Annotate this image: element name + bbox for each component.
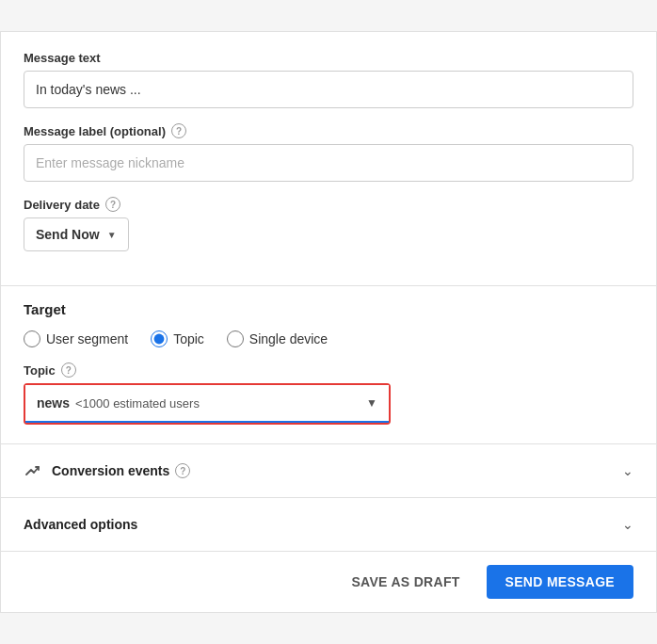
conversion-events-title: Conversion events ? [52, 463, 190, 478]
message-label-help-icon[interactable]: ? [171, 123, 186, 138]
conversion-events-section: Conversion events ? ⌄ [1, 444, 656, 498]
radio-user-segment[interactable]: User segment [24, 330, 128, 347]
save-as-draft-button[interactable]: SAVE AS DRAFT [336, 567, 474, 597]
send-message-button[interactable]: SEND MESSAGE [487, 565, 633, 599]
message-section: Message text Message label (optional) ? … [1, 32, 656, 286]
topic-value-bold: news [37, 395, 70, 411]
conversion-icon [24, 461, 42, 480]
message-text-group: Message text [24, 51, 633, 108]
message-text-input[interactable] [24, 71, 633, 108]
conversion-events-chevron-icon: ⌄ [622, 463, 633, 478]
advanced-options-left: Advanced options [24, 517, 137, 532]
conversion-events-header[interactable]: Conversion events ? ⌄ [24, 444, 633, 497]
radio-single-device-input[interactable] [227, 330, 244, 347]
delivery-date-arrow-icon: ▼ [107, 230, 117, 240]
topic-value: news <1000 estimated users [37, 395, 200, 411]
advanced-options-header[interactable]: Advanced options ⌄ [24, 498, 633, 551]
radio-topic[interactable]: Topic [151, 330, 204, 347]
delivery-date-dropdown[interactable]: Send Now ▼ [24, 217, 129, 251]
main-container: Message text Message label (optional) ? … [0, 31, 657, 613]
topic-help-icon[interactable]: ? [61, 362, 76, 378]
radio-user-segment-label: User segment [46, 331, 128, 346]
delivery-date-label: Delivery date ? [24, 197, 633, 212]
message-label-input[interactable] [24, 144, 633, 182]
message-label-group: Message label (optional) ? [24, 123, 633, 182]
topic-field-label: Topic ? [24, 362, 633, 378]
delivery-date-help-icon[interactable]: ? [105, 197, 120, 212]
conversion-events-help-icon[interactable]: ? [175, 463, 190, 478]
delivery-date-group: Delivery date ? Send Now ▼ [24, 197, 633, 251]
radio-topic-input[interactable] [151, 330, 168, 347]
topic-estimated-users: <1000 estimated users [75, 396, 200, 411]
radio-topic-label: Topic [173, 331, 204, 346]
advanced-options-chevron-icon: ⌄ [622, 517, 633, 532]
target-section-title: Target [24, 301, 633, 317]
advanced-options-title: Advanced options [24, 517, 137, 532]
radio-single-device-label: Single device [249, 331, 328, 346]
footer: SAVE AS DRAFT SEND MESSAGE [1, 552, 656, 612]
radio-user-segment-input[interactable] [24, 330, 40, 347]
topic-select-wrapper: news <1000 estimated users ▼ [24, 383, 391, 425]
topic-dropdown-arrow-icon: ▼ [366, 396, 377, 410]
conversion-events-left: Conversion events ? [24, 461, 190, 480]
target-radio-group: User segment Topic Single device [24, 330, 633, 347]
target-section: Target User segment Topic Single device … [1, 286, 656, 444]
message-text-label: Message text [24, 51, 633, 65]
advanced-options-section: Advanced options ⌄ [1, 498, 656, 552]
message-label-label: Message label (optional) ? [24, 123, 633, 138]
topic-select-display[interactable]: news <1000 estimated users ▼ [25, 385, 389, 423]
radio-single-device[interactable]: Single device [227, 330, 328, 347]
